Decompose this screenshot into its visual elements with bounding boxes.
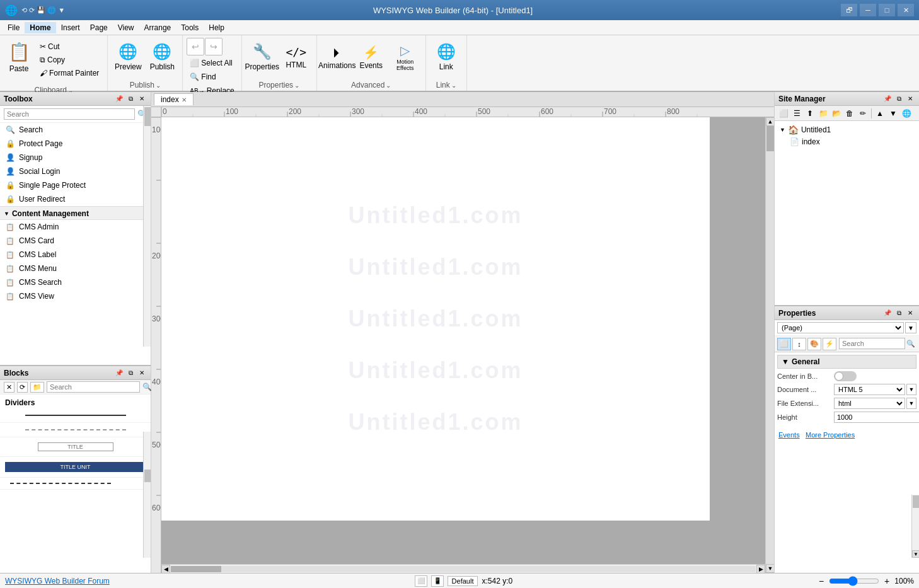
blocks-close-button[interactable]: ✕ [137,368,147,378]
toolbox-item-cms-menu[interactable]: 📋 CMS Menu [0,262,151,275]
toolbox-item-user-redirect[interactable]: 🔒 User Redirect [0,192,151,206]
canvas[interactable]: Untitled1.com Untitled1.com Untitled1.co… [161,117,710,521]
props-document-dropdown-btn[interactable]: ▼ [906,384,916,395]
toolbox-item-cms-label[interactable]: 📋 CMS Label [0,248,151,262]
props-scroll-down-btn[interactable]: ▼ [912,550,919,558]
props-selector-dropdown-btn[interactable]: ▼ [905,322,916,333]
blocks-folder-button[interactable]: 📁 [30,382,44,393]
props-document-select[interactable]: HTML 5 [834,384,905,395]
toolbox-item-search[interactable]: 🔍 Search [0,123,151,137]
block-item-divider-labeled[interactable]: TITLE [0,437,151,457]
block-item-divider-dark[interactable]: TITLE UNIT [0,457,151,478]
html-button[interactable]: </> HTML [280,38,313,77]
blocks-delete-button[interactable]: ✕ [4,382,14,393]
hscroll-track[interactable] [171,566,756,572]
props-tab-sort[interactable]: ↕ [792,338,806,350]
canvas-viewport[interactable]: Untitled1.com Untitled1.com Untitled1.co… [161,117,765,564]
tree-item-untitled1[interactable]: ▼ 🏠 Untitled1 [777,124,916,136]
props-selector[interactable]: (Page) [777,322,904,333]
props-detach-button[interactable]: ⧉ [894,308,904,318]
vscroll-up-btn[interactable]: ▲ [766,117,774,126]
status-phone-btn[interactable]: 📱 [431,575,444,587]
canvas-vscrollbar[interactable]: ▲ ▼ [765,117,774,573]
sm-rename-icon[interactable]: ✏ [857,108,869,119]
preview-button[interactable]: 🌐 Preview [112,38,144,77]
paste-button[interactable]: 📋 Paste [4,38,34,77]
sm-export-icon[interactable]: ⬆ [804,108,816,119]
toolbox-detach-button[interactable]: ⧉ [125,94,136,104]
toolbox-item-protect-page[interactable]: 🔒 Protect Page [0,137,151,151]
status-page-btn[interactable]: Default [448,576,478,586]
vscroll-down-btn[interactable]: ▼ [766,564,774,573]
props-fileext-select[interactable]: html [834,398,905,409]
toolbox-scroll-thumb[interactable] [144,107,151,126]
menu-file[interactable]: File [3,22,25,33]
toolbox-item-cms-admin[interactable]: 📋 CMS Admin [0,220,151,234]
block-item-divider-line[interactable] [0,408,151,423]
props-events-link[interactable]: Events [778,431,800,439]
sm-publish2-icon[interactable]: 🌐 [900,108,913,119]
sm-detach-button[interactable]: ⧉ [894,94,904,104]
blocks-detach-button[interactable]: ⧉ [125,368,136,378]
animations-button[interactable]: ⏵ Animations [321,38,354,77]
vscroll-thumb[interactable] [766,126,774,151]
restore-button[interactable]: 🗗 [841,4,857,16]
publish-expand-icon[interactable]: ⌄ [156,82,161,89]
hscroll-thumb[interactable] [171,566,221,572]
menu-arrange[interactable]: Arrange [139,22,176,33]
toolbox-item-cms-card[interactable]: 📋 CMS Card [0,234,151,248]
props-tab-events2[interactable]: ⚡ [823,338,836,350]
sm-folder-icon[interactable]: 📁 [817,108,829,119]
toolbox-item-social-login[interactable]: 👤 Social Login [0,164,151,178]
props-tab-layout[interactable]: ⬜ [777,338,791,350]
toolbox-category-cms[interactable]: ▼ Content Management [0,206,151,220]
props-more-properties-link[interactable]: More Properties [806,431,855,439]
close-button[interactable]: ✕ [898,4,914,16]
tree-item-index[interactable]: 📄 index [787,136,916,147]
publish-button[interactable]: 🌐 Publish [146,38,178,77]
blocks-pin-button[interactable]: 📌 [114,368,124,378]
props-pin-button[interactable]: 📌 [882,308,893,318]
toolbox-item-signup[interactable]: 👤 Signup [0,151,151,164]
minimize-button[interactable]: ─ [860,4,876,16]
menu-page[interactable]: Page [85,22,113,33]
status-design-btn[interactable]: ⬜ [415,575,427,587]
blocks-scrollbar[interactable] [143,432,151,558]
undo-button[interactable]: ↩ [187,38,204,55]
hscroll-left-btn[interactable]: ◀ [161,565,170,574]
menu-insert[interactable]: Insert [56,22,85,33]
copy-button[interactable]: ⧉Copy [37,54,102,66]
status-forum-link[interactable]: WYSIWYG Web Builder Forum [5,577,110,585]
find-button[interactable]: 🔍Find [187,71,237,83]
props-scrollbar[interactable]: ▼ [911,495,919,558]
center-toggle[interactable] [834,371,857,381]
blocks-scroll-thumb[interactable] [144,470,151,482]
redo-button[interactable]: ↪ [205,38,223,55]
properties-expand-icon[interactable]: ⌄ [294,82,299,89]
sm-list-icon[interactable]: ☰ [790,108,803,119]
toolbox-close-button[interactable]: ✕ [137,94,147,104]
sm-pin-button[interactable]: 📌 [882,94,893,104]
menu-help[interactable]: Help [204,22,229,33]
sm-page-icon[interactable]: ⬜ [777,108,790,119]
toolbox-pin-button[interactable]: 📌 [114,94,124,104]
motion-effects-button[interactable]: ▷ MotionEffects [389,38,422,77]
hscroll-right-btn[interactable]: ▶ [756,565,765,574]
link-button[interactable]: 🌐 Link [430,38,463,77]
blocks-search-input[interactable] [47,381,140,393]
props-search-input[interactable] [839,338,905,349]
block-item-divider-dotted[interactable] [0,423,151,437]
tab-close-icon[interactable]: ✕ [182,96,187,103]
toolbox-item-cms-view[interactable]: 📋 CMS View [0,289,151,303]
props-close-button[interactable]: ✕ [905,308,915,318]
properties-button[interactable]: 🔧 Properties [246,38,279,77]
sm-delete-icon[interactable]: 🗑 [843,108,856,119]
events-button[interactable]: ⚡ Events [355,38,388,77]
props-height-input[interactable] [834,412,919,423]
canvas-hscrollbar[interactable]: ◀ ▶ [161,564,765,573]
props-tab-style[interactable]: 🎨 [807,338,821,350]
props-scroll-thumb[interactable] [913,495,919,508]
sm-up-icon[interactable]: ▲ [874,108,886,119]
block-item-divider-dark2[interactable] [0,478,151,490]
sm-down-icon[interactable]: ▼ [887,108,899,119]
